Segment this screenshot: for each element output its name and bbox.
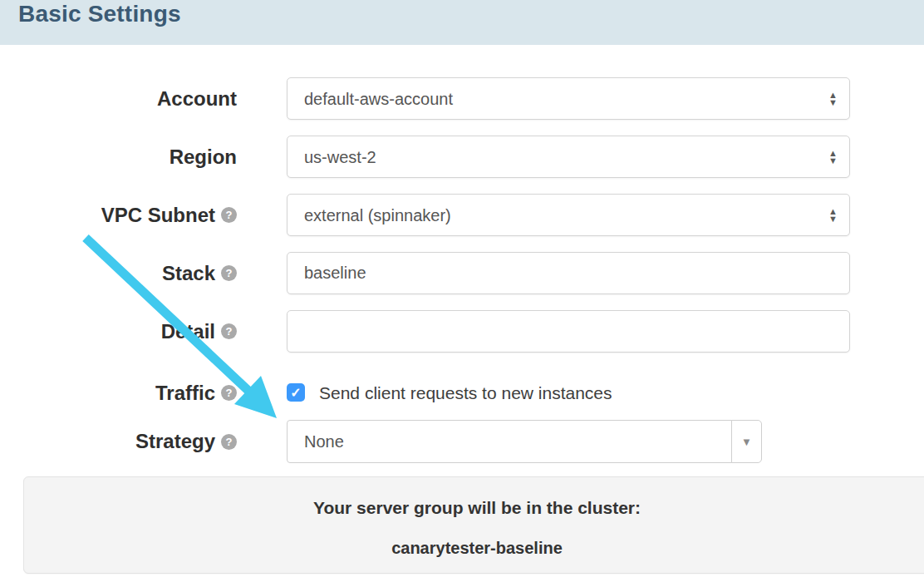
traffic-checkbox-wrap: ✓ bbox=[287, 383, 305, 402]
strategy-label: Strategy ? bbox=[0, 420, 237, 463]
detail-control bbox=[287, 310, 850, 353]
cluster-info-panel: Your server group will be in the cluster… bbox=[23, 476, 924, 574]
region-select[interactable]: us-west-2 bbox=[287, 136, 850, 178]
detail-label-text: Detail bbox=[161, 320, 215, 343]
help-icon[interactable]: ? bbox=[221, 434, 237, 450]
stack-label-text: Stack bbox=[162, 262, 215, 285]
section-title: Basic Settings bbox=[18, 1, 181, 27]
vpc-subnet-row: VPC Subnet ? external (spinnaker) ▲ ▼ bbox=[0, 194, 850, 236]
account-control: default-aws-account ▲ ▼ bbox=[287, 77, 850, 120]
detail-label: Detail ? bbox=[0, 310, 237, 353]
account-label: Account bbox=[0, 77, 237, 120]
section-header: Basic Settings bbox=[0, 0, 924, 45]
stack-input[interactable] bbox=[287, 252, 850, 294]
account-select[interactable]: default-aws-account bbox=[287, 77, 850, 120]
stack-label: Stack ? bbox=[0, 252, 237, 294]
account-label-text: Account bbox=[157, 87, 237, 111]
detail-row: Detail ? bbox=[0, 310, 850, 353]
strategy-row: Strategy ? None ▼ bbox=[0, 420, 850, 463]
dropdown-caret-icon: ▼ bbox=[741, 436, 752, 448]
help-icon[interactable]: ? bbox=[221, 385, 237, 401]
cluster-name: canarytester-baseline bbox=[24, 539, 924, 558]
vpc-subnet-select[interactable]: external (spinnaker) bbox=[287, 194, 850, 236]
traffic-label-text: Traffic bbox=[155, 382, 215, 405]
stack-control bbox=[287, 252, 850, 294]
traffic-label: Traffic ? bbox=[0, 374, 237, 412]
region-label: Region bbox=[0, 136, 237, 178]
detail-input[interactable] bbox=[287, 310, 850, 353]
vpc-subnet-control: external (spinnaker) ▲ ▼ bbox=[287, 194, 850, 236]
cluster-message: Your server group will be in the cluster… bbox=[24, 498, 924, 518]
strategy-selected-value: None bbox=[304, 432, 344, 451]
help-icon[interactable]: ? bbox=[221, 207, 237, 223]
region-control: us-west-2 ▲ ▼ bbox=[287, 136, 850, 178]
strategy-label-text: Strategy bbox=[135, 430, 215, 453]
stack-row: Stack ? bbox=[0, 252, 850, 294]
help-icon[interactable]: ? bbox=[221, 265, 237, 281]
strategy-select[interactable]: None bbox=[287, 420, 732, 463]
region-label-text: Region bbox=[170, 146, 237, 169]
basic-settings-screen: Basic Settings Account default-aws-accou… bbox=[0, 0, 924, 582]
traffic-checkbox-label: Send client requests to new instances bbox=[319, 374, 612, 412]
help-icon[interactable]: ? bbox=[221, 323, 237, 339]
vpc-subnet-label-text: VPC Subnet bbox=[101, 204, 215, 227]
traffic-checkbox[interactable] bbox=[287, 383, 305, 402]
strategy-control: None ▼ bbox=[287, 420, 762, 463]
region-row: Region us-west-2 ▲ ▼ bbox=[0, 136, 850, 178]
vpc-subnet-label: VPC Subnet ? bbox=[0, 194, 237, 236]
traffic-row: Traffic ? ✓ Send client requests to new … bbox=[0, 374, 850, 412]
strategy-dropdown-button[interactable]: ▼ bbox=[731, 420, 762, 463]
account-row: Account default-aws-account ▲ ▼ bbox=[0, 77, 850, 120]
